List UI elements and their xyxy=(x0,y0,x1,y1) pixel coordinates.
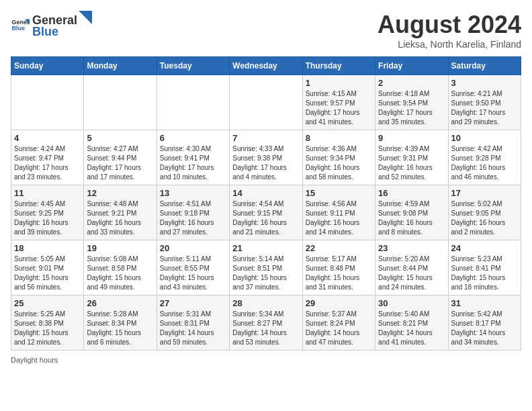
day-number: 4 xyxy=(14,133,81,143)
calendar-day-header: Friday xyxy=(375,57,448,75)
calendar-day-header: Thursday xyxy=(302,57,375,75)
calendar-cell: 18Sunrise: 5:05 AM Sunset: 9:01 PM Dayli… xyxy=(11,240,84,295)
day-number: 7 xyxy=(232,133,299,143)
day-number: 25 xyxy=(14,298,81,308)
calendar-cell xyxy=(230,75,302,130)
calendar-day-header: Wednesday xyxy=(230,57,302,75)
day-info: Sunrise: 5:17 AM Sunset: 8:48 PM Dayligh… xyxy=(306,255,372,292)
calendar-cell: 3Sunrise: 4:21 AM Sunset: 9:50 PM Daylig… xyxy=(448,75,521,130)
calendar-day-header: Tuesday xyxy=(157,57,229,75)
title-section: August 2024 Lieksa, North Karelia, Finla… xyxy=(378,11,521,50)
day-info: Sunrise: 5:14 AM Sunset: 8:51 PM Dayligh… xyxy=(232,255,299,292)
day-info: Sunrise: 5:23 AM Sunset: 8:41 PM Dayligh… xyxy=(451,255,518,292)
day-number: 26 xyxy=(87,298,153,308)
day-number: 16 xyxy=(378,188,445,198)
calendar-cell: 26Sunrise: 5:28 AM Sunset: 8:34 PM Dayli… xyxy=(84,295,157,351)
day-info: Sunrise: 4:56 AM Sunset: 9:11 PM Dayligh… xyxy=(306,199,372,237)
day-info: Sunrise: 4:51 AM Sunset: 9:18 PM Dayligh… xyxy=(160,199,226,237)
calendar-day-header: Saturday xyxy=(448,57,521,75)
day-info: Sunrise: 5:11 AM Sunset: 8:55 PM Dayligh… xyxy=(160,255,226,292)
calendar-cell: 20Sunrise: 5:11 AM Sunset: 8:55 PM Dayli… xyxy=(157,240,229,295)
calendar-week-row: 25Sunrise: 5:25 AM Sunset: 8:38 PM Dayli… xyxy=(11,295,521,351)
day-number: 24 xyxy=(451,243,518,253)
logo-triangle-icon xyxy=(79,11,92,24)
day-number: 5 xyxy=(87,133,153,143)
day-number: 8 xyxy=(306,133,372,143)
day-number: 17 xyxy=(451,188,518,198)
calendar-cell: 29Sunrise: 5:37 AM Sunset: 8:24 PM Dayli… xyxy=(302,295,375,351)
svg-marker-3 xyxy=(79,11,92,24)
calendar-cell xyxy=(84,75,157,130)
day-number: 3 xyxy=(451,78,518,88)
day-info: Sunrise: 5:31 AM Sunset: 8:31 PM Dayligh… xyxy=(160,310,226,347)
day-info: Sunrise: 4:48 AM Sunset: 9:21 PM Dayligh… xyxy=(87,199,153,237)
calendar-week-row: 1Sunrise: 4:15 AM Sunset: 9:57 PM Daylig… xyxy=(11,75,521,130)
day-number: 1 xyxy=(306,78,372,88)
logo: General Blue General Blue xyxy=(11,11,93,39)
day-number: 23 xyxy=(378,243,445,253)
day-number: 30 xyxy=(378,298,445,308)
day-number: 27 xyxy=(160,298,226,308)
day-info: Sunrise: 4:45 AM Sunset: 9:25 PM Dayligh… xyxy=(14,199,81,237)
calendar-cell: 15Sunrise: 4:56 AM Sunset: 9:11 PM Dayli… xyxy=(302,185,375,240)
calendar-cell: 24Sunrise: 5:23 AM Sunset: 8:41 PM Dayli… xyxy=(448,240,521,295)
calendar-cell: 4Sunrise: 4:24 AM Sunset: 9:47 PM Daylig… xyxy=(11,130,84,185)
calendar-cell xyxy=(11,75,84,130)
day-number: 19 xyxy=(87,243,153,253)
calendar-cell: 25Sunrise: 5:25 AM Sunset: 8:38 PM Dayli… xyxy=(11,295,84,351)
svg-text:Blue: Blue xyxy=(11,25,25,32)
day-info: Sunrise: 4:15 AM Sunset: 9:57 PM Dayligh… xyxy=(306,89,372,127)
day-number: 13 xyxy=(160,188,226,198)
calendar-cell: 6Sunrise: 4:30 AM Sunset: 9:41 PM Daylig… xyxy=(157,130,229,185)
day-info: Sunrise: 5:20 AM Sunset: 8:44 PM Dayligh… xyxy=(378,255,445,292)
calendar-cell: 21Sunrise: 5:14 AM Sunset: 8:51 PM Dayli… xyxy=(230,240,302,295)
day-number: 2 xyxy=(378,78,445,88)
calendar-cell: 13Sunrise: 4:51 AM Sunset: 9:18 PM Dayli… xyxy=(157,185,229,240)
day-info: Sunrise: 4:33 AM Sunset: 9:38 PM Dayligh… xyxy=(232,144,299,182)
calendar-cell: 31Sunrise: 5:42 AM Sunset: 8:17 PM Dayli… xyxy=(448,295,521,351)
calendar-cell: 5Sunrise: 4:27 AM Sunset: 9:44 PM Daylig… xyxy=(84,130,157,185)
day-number: 29 xyxy=(306,298,372,308)
day-number: 21 xyxy=(232,243,299,253)
daylight-label: Daylight hours xyxy=(11,356,58,364)
calendar-cell: 12Sunrise: 4:48 AM Sunset: 9:21 PM Dayli… xyxy=(84,185,157,240)
day-number: 9 xyxy=(378,133,445,143)
day-info: Sunrise: 4:27 AM Sunset: 9:44 PM Dayligh… xyxy=(87,144,153,182)
day-info: Sunrise: 4:36 AM Sunset: 9:34 PM Dayligh… xyxy=(306,144,372,182)
calendar-cell: 9Sunrise: 4:39 AM Sunset: 9:31 PM Daylig… xyxy=(375,130,448,185)
day-number: 12 xyxy=(87,188,153,198)
calendar-cell: 11Sunrise: 4:45 AM Sunset: 9:25 PM Dayli… xyxy=(11,185,84,240)
calendar-cell: 8Sunrise: 4:36 AM Sunset: 9:34 PM Daylig… xyxy=(302,130,375,185)
calendar-cell xyxy=(157,75,229,130)
day-info: Sunrise: 5:02 AM Sunset: 9:05 PM Dayligh… xyxy=(451,199,518,237)
calendar-cell: 23Sunrise: 5:20 AM Sunset: 8:44 PM Dayli… xyxy=(375,240,448,295)
calendar-cell: 1Sunrise: 4:15 AM Sunset: 9:57 PM Daylig… xyxy=(302,75,375,130)
calendar-cell: 2Sunrise: 4:18 AM Sunset: 9:54 PM Daylig… xyxy=(375,75,448,130)
day-info: Sunrise: 5:40 AM Sunset: 8:21 PM Dayligh… xyxy=(378,310,445,347)
day-info: Sunrise: 4:18 AM Sunset: 9:54 PM Dayligh… xyxy=(378,89,445,127)
day-number: 20 xyxy=(160,243,226,253)
calendar-table: SundayMondayTuesdayWednesdayThursdayFrid… xyxy=(11,56,521,351)
day-info: Sunrise: 4:54 AM Sunset: 9:15 PM Dayligh… xyxy=(232,199,299,237)
day-info: Sunrise: 4:42 AM Sunset: 9:28 PM Dayligh… xyxy=(451,144,518,182)
day-number: 28 xyxy=(232,298,299,308)
page-subtitle: Lieksa, North Karelia, Finland xyxy=(378,39,521,50)
day-number: 31 xyxy=(451,298,518,308)
day-info: Sunrise: 5:05 AM Sunset: 9:01 PM Dayligh… xyxy=(14,255,81,292)
day-info: Sunrise: 5:08 AM Sunset: 8:58 PM Dayligh… xyxy=(87,255,153,292)
day-info: Sunrise: 5:34 AM Sunset: 8:27 PM Dayligh… xyxy=(232,310,299,347)
calendar-cell: 17Sunrise: 5:02 AM Sunset: 9:05 PM Dayli… xyxy=(448,185,521,240)
calendar-week-row: 11Sunrise: 4:45 AM Sunset: 9:25 PM Dayli… xyxy=(11,185,521,240)
calendar-day-header: Sunday xyxy=(11,57,84,75)
day-number: 15 xyxy=(306,188,372,198)
day-info: Sunrise: 5:37 AM Sunset: 8:24 PM Dayligh… xyxy=(306,310,372,347)
calendar-cell: 7Sunrise: 4:33 AM Sunset: 9:38 PM Daylig… xyxy=(230,130,302,185)
day-number: 11 xyxy=(14,188,81,198)
day-number: 18 xyxy=(14,243,81,253)
calendar-cell: 19Sunrise: 5:08 AM Sunset: 8:58 PM Dayli… xyxy=(84,240,157,295)
calendar-cell: 27Sunrise: 5:31 AM Sunset: 8:31 PM Dayli… xyxy=(157,295,229,351)
day-info: Sunrise: 5:25 AM Sunset: 8:38 PM Dayligh… xyxy=(14,310,81,347)
day-number: 14 xyxy=(232,188,299,198)
calendar-header-row: SundayMondayTuesdayWednesdayThursdayFrid… xyxy=(11,57,521,75)
calendar-week-row: 4Sunrise: 4:24 AM Sunset: 9:47 PM Daylig… xyxy=(11,130,521,185)
